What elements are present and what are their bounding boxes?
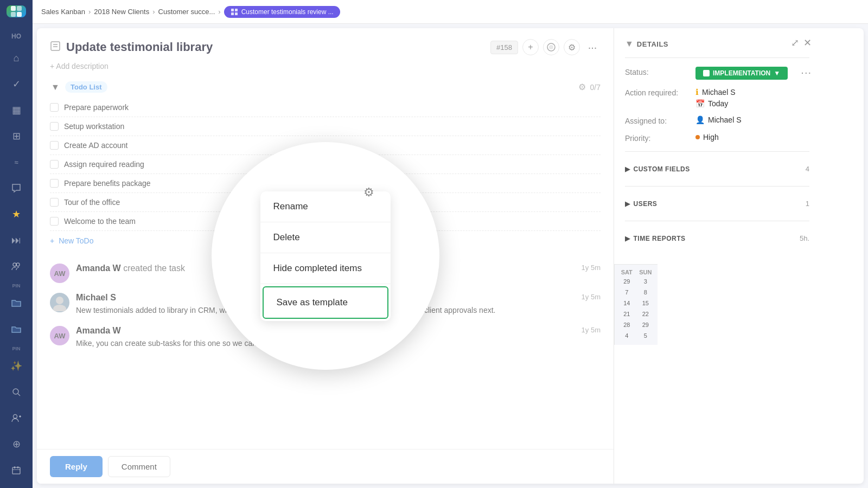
svg-rect-1	[17, 6, 22, 11]
svg-rect-2	[11, 12, 16, 17]
priority-label: Priority:	[625, 133, 695, 143]
calendar-icon: 📅	[695, 99, 705, 108]
action-required-user-row: ℹ Michael S	[695, 87, 735, 97]
panel-close-icon[interactable]: ✕	[803, 37, 812, 49]
cal-day-8: 8	[637, 287, 655, 297]
cal-header-sun: SUN	[637, 269, 655, 275]
users-label: USERS	[634, 200, 658, 208]
cal-day-29b: 29	[637, 320, 655, 330]
svg-rect-3	[17, 12, 22, 17]
sidebar-item-folder[interactable]	[5, 292, 27, 314]
time-reports-section: ▶ TIME REPORTS 5h.	[625, 230, 809, 247]
sidebar-item-wand[interactable]: ✨	[5, 355, 27, 377]
users-collapse-icon: ▶	[625, 200, 630, 208]
pin-label-1: PIN	[12, 283, 20, 288]
svg-rect-11	[12, 467, 20, 474]
breadcrumb-sales-kanban[interactable]: Sales Kanban	[41, 8, 85, 16]
priority-value: High	[695, 133, 809, 142]
details-panel: ⤢ ✕ ··· ▼ DETAILS Status:	[614, 28, 820, 264]
svg-line-7	[18, 394, 20, 396]
details-title: DETAILS	[637, 40, 668, 48]
assigned-label: Assigned to:	[625, 115, 695, 125]
details-collapse-icon[interactable]: ▼	[625, 39, 634, 49]
cal-day-28: 28	[618, 320, 636, 330]
sidebar-item-home[interactable]: ⌂	[5, 47, 27, 69]
action-required-label: Action required:	[625, 87, 695, 97]
panel-top-icons: ⤢ ✕	[791, 37, 812, 49]
sidebar-item-add-user[interactable]	[5, 407, 27, 429]
info-icon: ℹ	[695, 87, 699, 97]
users-header[interactable]: ▶ USERS 1	[625, 195, 809, 212]
breadcrumb-2018-clients[interactable]: 2018 New Clients	[94, 8, 149, 16]
users-section: ▶ USERS 1	[625, 195, 809, 212]
user-icon: 👤	[695, 115, 705, 124]
breadcrumb: Sales Kanban › 2018 New Clients › Custom…	[33, 0, 868, 24]
sidebar-item-chat[interactable]	[5, 177, 27, 199]
svg-rect-23	[235, 12, 238, 15]
detail-assigned-row: Assigned to: 👤 Michael S	[625, 115, 809, 125]
sidebar-item-check[interactable]: ✓	[5, 73, 27, 95]
sidebar-item-plus[interactable]: ⊕	[5, 433, 27, 455]
svg-point-4	[13, 263, 16, 266]
breadcrumb-active[interactable]: Customer testimonials review ...	[224, 6, 340, 18]
breadcrumb-customer[interactable]: Customer succe...	[158, 8, 215, 16]
detail-action-row: Action required: ℹ Michael S 📅 Today	[625, 87, 809, 108]
time-reports-collapse-icon: ▶	[625, 235, 630, 242]
details-divider	[625, 57, 809, 58]
cal-day-14: 14	[618, 298, 636, 308]
time-reports-divider	[625, 221, 809, 221]
cal-header-sat: SAT	[618, 269, 636, 275]
context-menu-save-template[interactable]: Save as template	[263, 286, 388, 319]
action-required-value: ℹ Michael S 📅 Today	[695, 87, 809, 108]
cal-day-21: 21	[618, 309, 636, 319]
users-divider	[625, 186, 809, 187]
sidebar-item-search[interactable]	[5, 381, 27, 403]
sidebar-item-chart[interactable]: ▦	[5, 99, 27, 121]
panel-more-options[interactable]: ···	[801, 66, 812, 79]
users-title: ▶ USERS	[625, 200, 657, 208]
svg-rect-0	[11, 6, 16, 11]
custom-fields-section: ▶ CUSTOM FIELDS 4	[625, 160, 809, 177]
status-badge[interactable]: IMPLEMENTATION ▼	[695, 67, 788, 80]
right-section: ⤢ ✕ ··· ▼ DETAILS Status:	[614, 28, 864, 484]
task-left-section: Update testimonial library #158 + ⚙ ··· …	[37, 28, 614, 484]
status-icon	[703, 70, 710, 76]
custom-fields-header[interactable]: ▶ CUSTOM FIELDS 4	[625, 160, 809, 177]
assigned-user: Michael S	[708, 115, 741, 124]
time-reports-header[interactable]: ▶ TIME REPORTS 5h.	[625, 230, 809, 247]
context-menu-delete[interactable]: Delete	[260, 222, 391, 253]
time-reports-value: 5h.	[800, 234, 809, 242]
svg-point-8	[14, 415, 17, 419]
sidebar-item-grid[interactable]: ⊞	[5, 125, 27, 147]
cal-day-15: 15	[637, 298, 655, 308]
context-menu: Rename Delete Hide completed items Save …	[260, 191, 391, 321]
calendar-grid: SAT SUN 29 3 7 8 14 15 21 22 28 29 4 5	[618, 269, 654, 341]
app-logo[interactable]	[7, 5, 26, 17]
ho-label: HO	[11, 33, 21, 40]
priority-text: High	[703, 133, 719, 142]
svg-point-5	[16, 263, 20, 266]
detail-status-row: Status: IMPLEMENTATION ▼	[625, 67, 809, 80]
sidebar-item-people[interactable]	[5, 255, 27, 277]
custom-fields-title: ▶ CUSTOM FIELDS	[625, 165, 690, 173]
users-count: 1	[806, 200, 809, 208]
sidebar-item-doc[interactable]	[5, 485, 27, 488]
sidebar: HO ⌂ ✓ ▦ ⊞ ≈ ★ ⏭ PIN PIN ✨ ⊕	[0, 0, 33, 488]
main-content: Sales Kanban › 2018 New Clients › Custom…	[33, 0, 868, 488]
time-reports-label: TIME REPORTS	[634, 235, 686, 242]
panel-expand-icon[interactable]: ⤢	[791, 37, 799, 49]
context-menu-hide-completed[interactable]: Hide completed items	[260, 253, 391, 284]
svg-point-6	[13, 389, 18, 394]
sidebar-item-star[interactable]: ★	[5, 203, 27, 225]
time-reports-title: ▶ TIME REPORTS	[625, 235, 686, 242]
sidebar-item-calendar[interactable]	[5, 459, 27, 481]
sidebar-item-pulse[interactable]: ≈	[5, 151, 27, 173]
mini-calendar: SAT SUN 29 3 7 8 14 15 21 22 28 29 4 5	[614, 264, 658, 345]
sidebar-item-media[interactable]: ⏭	[5, 229, 27, 251]
priority-dot	[695, 135, 700, 139]
cal-day-5: 5	[637, 331, 655, 341]
cal-day-22: 22	[637, 309, 655, 319]
svg-rect-20	[231, 9, 234, 11]
details-title-area: ▼ DETAILS	[625, 39, 668, 49]
sidebar-item-folder2[interactable]	[5, 318, 27, 340]
